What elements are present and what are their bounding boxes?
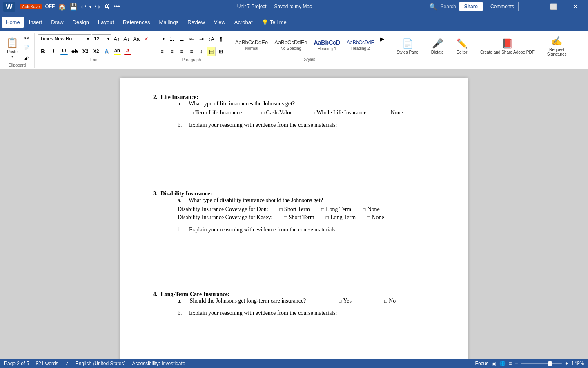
show-hide-button[interactable]: ¶: [216, 35, 225, 44]
font-size-selector[interactable]: 12 ▾: [92, 34, 111, 43]
menu-item-layout[interactable]: Layout: [94, 17, 118, 28]
autosave-toggle[interactable]: OFF: [45, 4, 55, 9]
menu-item-mailings[interactable]: Mailings: [155, 17, 183, 28]
styles-scroll-more[interactable]: ▶: [378, 34, 387, 43]
ltc-no[interactable]: □ No: [384, 298, 396, 304]
undo-dropdown[interactable]: ▾: [89, 4, 91, 9]
close-button[interactable]: ✕: [566, 0, 585, 13]
kasey-short-term[interactable]: □ Short Term: [284, 214, 314, 221]
italic-button[interactable]: I: [49, 46, 58, 56]
menu-item-acrobat[interactable]: Acrobat: [230, 17, 257, 28]
zoom-slider[interactable]: [521, 363, 562, 364]
don-long-term[interactable]: □ Long Term: [321, 206, 351, 213]
more-commands-icon[interactable]: •••: [113, 3, 120, 10]
format-painter-button[interactable]: 🖌: [22, 53, 31, 62]
menu-item-review[interactable]: Review: [183, 17, 209, 28]
align-center-button[interactable]: ≡: [167, 47, 176, 56]
print-icon[interactable]: 🖨: [103, 3, 110, 10]
sort-button[interactable]: ↕A: [207, 35, 216, 44]
text-effects-button[interactable]: A: [102, 46, 111, 56]
borders-button[interactable]: ⊞: [216, 47, 225, 56]
clipboard-sub: ✂ 📄 🖌: [22, 34, 31, 62]
menu-item-view[interactable]: View: [210, 17, 229, 28]
zoom-level[interactable]: 148%: [571, 361, 584, 366]
cut-button[interactable]: ✂: [22, 34, 31, 43]
line-spacing-button[interactable]: ↕: [197, 47, 206, 56]
save-icon[interactable]: 💾: [69, 3, 78, 11]
section-2-qa-question: What type of life insurances the Johnson…: [189, 101, 295, 107]
paste-button[interactable]: 📋 Paste ▾: [3, 35, 21, 61]
don-short-term[interactable]: □ Short Term: [280, 206, 310, 213]
print-view-icon[interactable]: ▣: [492, 361, 496, 366]
increase-font-button[interactable]: A↑: [112, 34, 121, 43]
change-case-button[interactable]: Aa: [132, 34, 141, 43]
font-name-selector[interactable]: Times New Ro... ▾: [38, 34, 91, 43]
bold-button[interactable]: B: [38, 46, 48, 56]
spell-check-icon[interactable]: ✓: [65, 361, 69, 366]
dictate-button[interactable]: 🎤 Dictate: [428, 34, 447, 59]
strikethrough-button[interactable]: ab: [70, 46, 80, 56]
undo-icon[interactable]: ↩: [81, 3, 86, 11]
subscript-button[interactable]: X2: [80, 46, 90, 56]
create-share-pdf-button[interactable]: 📕 Create and Share Adobe PDF: [477, 34, 537, 59]
decrease-font-button[interactable]: A↓: [122, 34, 131, 43]
underline-button[interactable]: U: [59, 46, 69, 56]
align-left-button[interactable]: ≡: [158, 47, 167, 56]
align-right-button[interactable]: ≡: [177, 47, 186, 56]
menu-item-insert[interactable]: Insert: [25, 17, 47, 28]
accessibility-info[interactable]: Accessibility: Investigate: [132, 361, 185, 366]
maximize-button[interactable]: ⬜: [544, 0, 563, 13]
styles-pane-button[interactable]: 📄 Styles Pane: [394, 34, 421, 59]
request-signatures-button[interactable]: ✍️ Request Signatures: [544, 34, 570, 59]
search-icon[interactable]: 🔍: [429, 3, 437, 11]
outline-view-icon[interactable]: ≡: [509, 361, 512, 366]
superscript-button[interactable]: X2: [91, 46, 101, 56]
language[interactable]: English (United States): [76, 361, 126, 366]
menu-item-design[interactable]: Design: [69, 17, 93, 28]
shading-button[interactable]: ▤: [207, 47, 216, 56]
menu-item-references[interactable]: References: [119, 17, 154, 28]
font-color-button[interactable]: A: [123, 46, 133, 56]
redo-icon[interactable]: ↪: [95, 3, 100, 11]
style-heading2[interactable]: AaBbCcDdE Heading 2: [344, 34, 377, 56]
section-4-header: 4. Long-Term Care Insurance:: [153, 291, 435, 298]
increase-indent-button[interactable]: ⇥: [197, 35, 206, 44]
focus-button[interactable]: Focus: [475, 361, 489, 366]
home-icon[interactable]: 🏠: [58, 3, 66, 11]
numbering-button[interactable]: 1.: [167, 35, 176, 44]
font-name-dropdown[interactable]: ▾: [87, 37, 89, 41]
menu-item-tell-me[interactable]: 💡 Tell me: [258, 17, 291, 28]
copy-button[interactable]: 📄: [22, 43, 31, 52]
kasey-long-term[interactable]: □ Long Term: [326, 214, 356, 221]
justify-button[interactable]: ≡: [187, 47, 196, 56]
minimize-button[interactable]: —: [522, 0, 541, 13]
style-normal[interactable]: AaBbCcDdEe Normal: [232, 34, 271, 56]
highlight-button[interactable]: ab: [112, 46, 122, 56]
document-page[interactable]: 2. Life Insurance: a. What type of life …: [120, 78, 468, 359]
zoom-out-button[interactable]: −: [515, 361, 518, 366]
decrease-indent-button[interactable]: ⇤: [187, 35, 196, 44]
web-view-icon[interactable]: 🌐: [499, 361, 506, 366]
style-no-spacing[interactable]: AaBbCcDdEe No Spacing: [272, 34, 310, 56]
choice-cash-value[interactable]: □ Cash-Value: [261, 110, 292, 116]
choice-whole-life[interactable]: □ Whole Life Insurance: [312, 110, 366, 116]
choice-term-life[interactable]: □ Term Life Insurance: [191, 110, 242, 116]
clear-format-button[interactable]: ✕: [142, 34, 151, 43]
section-2-qb-text: Explain your reasoning with evidence fro…: [189, 122, 337, 128]
font-size-dropdown[interactable]: ▾: [107, 37, 109, 41]
ltc-yes[interactable]: □ Yes: [339, 298, 352, 304]
choice-life-none[interactable]: □ None: [386, 110, 403, 116]
menu-item-draw[interactable]: Draw: [47, 17, 67, 28]
kasey-none[interactable]: □ None: [367, 214, 384, 221]
editor-button[interactable]: ✏️ Editor: [454, 34, 470, 59]
don-none[interactable]: □ None: [363, 206, 380, 213]
style-heading1[interactable]: AaBbCcD Heading 1: [311, 34, 343, 56]
menu-item-home[interactable]: Home: [2, 17, 24, 28]
paste-dropdown[interactable]: ▾: [11, 55, 13, 58]
bullets-button[interactable]: ≡•: [158, 35, 167, 44]
search-input-area[interactable]: Search: [441, 4, 456, 9]
share-button[interactable]: Share: [459, 2, 483, 11]
comments-button[interactable]: Comments: [486, 2, 519, 11]
multilevel-button[interactable]: ≣: [177, 35, 186, 44]
zoom-in-button[interactable]: +: [565, 361, 568, 366]
